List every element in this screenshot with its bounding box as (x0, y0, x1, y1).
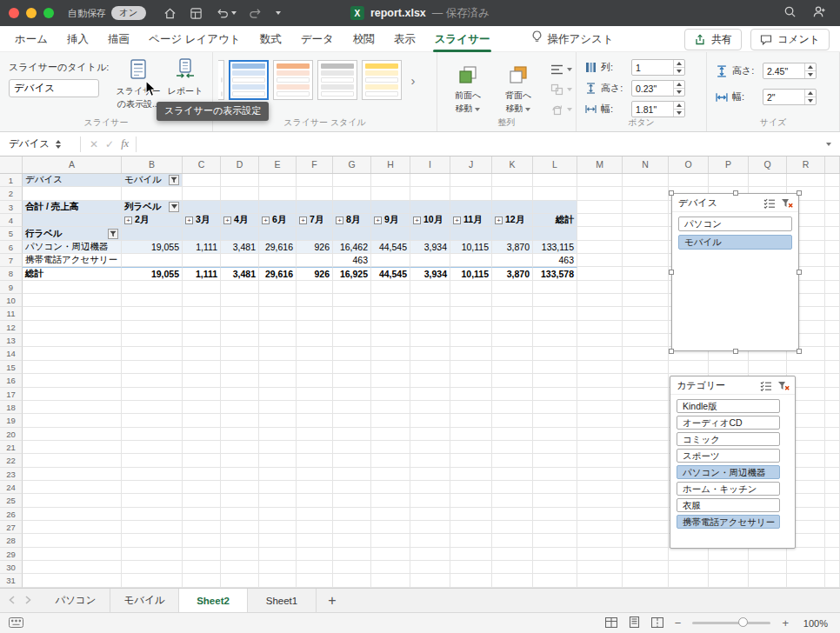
cell-F9[interactable] (297, 281, 333, 294)
cell-partial[interactable] (825, 508, 840, 521)
cell-N24[interactable] (623, 481, 669, 494)
cell-H31[interactable] (371, 574, 410, 587)
clear-filter-icon[interactable] (776, 379, 790, 392)
cell-partial[interactable] (825, 441, 840, 454)
cell-F10[interactable] (297, 294, 333, 307)
cell-H11[interactable] (371, 307, 410, 320)
cell-H22[interactable] (371, 454, 410, 467)
cell-K1[interactable] (492, 174, 533, 187)
cell-A10[interactable] (23, 294, 122, 307)
ribbon-tab-tell-me[interactable]: 操作アシスト (522, 26, 623, 52)
cell-A16[interactable] (23, 374, 122, 387)
ribbon-tab-home[interactable]: ホーム (5, 26, 57, 52)
decrement-button[interactable] (674, 67, 684, 75)
cell-M1[interactable] (577, 174, 623, 187)
cell-F1[interactable] (297, 174, 333, 187)
cell-I9[interactable] (410, 281, 450, 294)
cell-A11[interactable] (23, 307, 122, 320)
sheet-nav-prev-icon[interactable] (9, 596, 15, 606)
cell-E29[interactable] (259, 548, 297, 561)
cell-partial[interactable] (825, 428, 840, 441)
column-header-R[interactable]: R (787, 157, 825, 173)
increment-button[interactable] (674, 81, 684, 88)
cell-H27[interactable] (371, 521, 410, 534)
cell-Q30[interactable] (749, 561, 787, 574)
cell-H9[interactable] (371, 281, 410, 294)
cell-F5[interactable] (297, 227, 333, 240)
cell-B5[interactable] (122, 227, 183, 240)
row-header-19[interactable]: 19 (0, 414, 23, 427)
cell-E9[interactable] (259, 281, 297, 294)
cell-J4[interactable]: +11月 (450, 214, 492, 227)
cell-N3[interactable] (623, 201, 669, 214)
cell-B7[interactable] (122, 254, 183, 267)
cell-O1[interactable] (669, 174, 709, 187)
cell-D8[interactable]: 3,481 (221, 267, 259, 280)
ribbon-tab-insert[interactable]: 挿入 (57, 26, 98, 52)
select-all-corner[interactable] (0, 157, 23, 173)
cell-C10[interactable] (183, 294, 221, 307)
cell-O15[interactable] (669, 361, 709, 374)
cell-partial[interactable] (825, 307, 840, 320)
cell-C28[interactable] (183, 534, 221, 547)
row-header-25[interactable]: 25 (0, 494, 23, 507)
cell-B18[interactable] (122, 401, 183, 414)
slicer-device[interactable]: デバイス パソコン モバイル (671, 193, 799, 351)
cell-partial[interactable] (825, 267, 840, 280)
cell-H7[interactable] (371, 254, 410, 267)
cell-B6[interactable]: 19,055 (122, 241, 183, 254)
cell-K20[interactable] (492, 428, 533, 441)
cell-E8[interactable]: 29,616 (259, 267, 297, 280)
increment-button[interactable] (805, 63, 816, 70)
expand-button[interactable]: + (336, 217, 343, 224)
row-header-8[interactable]: 8 (0, 267, 23, 280)
cell-partial[interactable] (825, 414, 840, 427)
cell-B22[interactable] (122, 454, 183, 467)
cell-I12[interactable] (410, 321, 450, 334)
cell-A26[interactable] (23, 508, 122, 521)
cell-M28[interactable] (577, 534, 623, 547)
cell-B12[interactable] (122, 321, 183, 334)
cell-K10[interactable] (492, 294, 533, 307)
cell-H8[interactable]: 44,545 (371, 267, 410, 280)
cell-E30[interactable] (259, 561, 297, 574)
page-layout-view-icon[interactable] (629, 616, 640, 630)
cell-I28[interactable] (410, 534, 450, 547)
cell-F16[interactable] (297, 374, 333, 387)
cell-H25[interactable] (371, 494, 410, 507)
cell-N25[interactable] (623, 494, 669, 507)
name-box[interactable]: デバイス (0, 137, 80, 150)
expand-button[interactable]: + (495, 217, 503, 224)
cell-G15[interactable] (333, 361, 371, 374)
cell-D21[interactable] (221, 441, 259, 454)
sheet-tab-sheet1[interactable]: Sheet1 (248, 589, 317, 612)
cell-G19[interactable] (333, 414, 371, 427)
cell-J7[interactable] (450, 254, 492, 267)
cell-G20[interactable] (333, 428, 371, 441)
cell-K22[interactable] (492, 454, 533, 467)
cell-B21[interactable] (122, 441, 183, 454)
cell-C31[interactable] (183, 574, 221, 587)
cell-M6[interactable] (577, 241, 623, 254)
cell-M19[interactable] (577, 414, 623, 427)
cell-E21[interactable] (259, 441, 297, 454)
cell-B28[interactable] (122, 534, 183, 547)
cell-L9[interactable] (533, 281, 577, 294)
cell-G16[interactable] (333, 374, 371, 387)
cell-I5[interactable] (410, 227, 450, 240)
cell-M2[interactable] (577, 187, 623, 200)
align-button[interactable] (550, 61, 572, 77)
cell-C11[interactable] (183, 307, 221, 320)
cell-C9[interactable] (183, 281, 221, 294)
cell-D24[interactable] (221, 481, 259, 494)
cell-N8[interactable] (623, 267, 669, 280)
cell-E3[interactable] (259, 201, 297, 214)
cell-partial[interactable] (825, 374, 840, 387)
cell-B3[interactable]: 列ラベル (122, 201, 183, 214)
cell-F4[interactable]: +7月 (297, 214, 333, 227)
column-header-I[interactable]: I (410, 157, 450, 173)
cell-E27[interactable] (259, 521, 297, 534)
cell-K6[interactable]: 3,870 (492, 241, 533, 254)
cell-J2[interactable] (450, 187, 492, 200)
column-header-Q[interactable]: Q (749, 157, 787, 173)
